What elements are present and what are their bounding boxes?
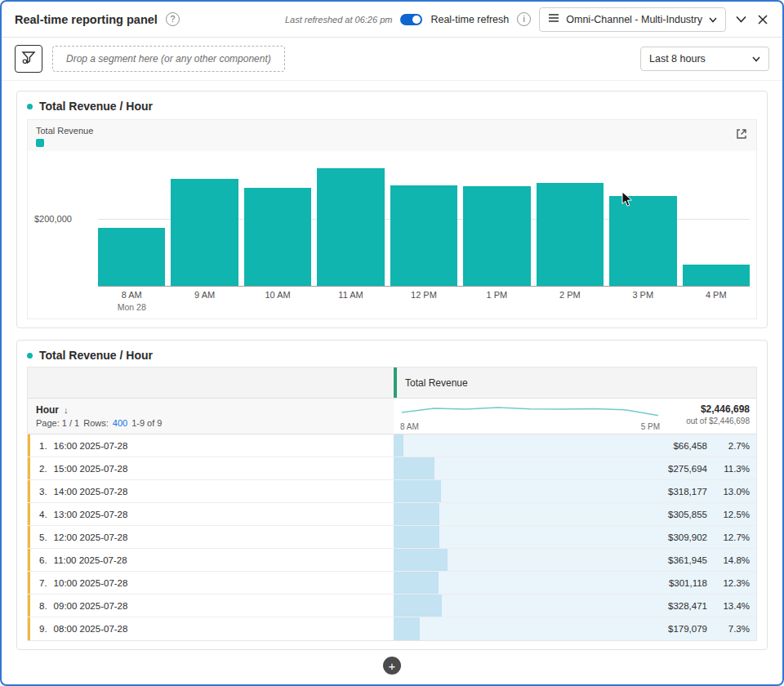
hour-value: 13:00 2025-07-28 (54, 510, 128, 519)
revenue-cell: $361,94514.8% (394, 549, 756, 571)
table-row[interactable]: 7.10:00 2025-07-28$301,11812.3% (28, 572, 756, 595)
revenue-cell: $328,47113.4% (394, 595, 756, 617)
chart-bar[interactable] (171, 156, 238, 286)
close-icon[interactable] (756, 13, 769, 26)
segment-drop-zone[interactable]: Drop a segment here (or any other compon… (52, 46, 285, 72)
revenue-cell: $179,0797.3% (394, 617, 756, 640)
collapse-panel-icon[interactable] (734, 14, 748, 24)
toolbar: Drop a segment here (or any other compon… (2, 38, 782, 81)
table-row[interactable]: 2.15:00 2025-07-28$275,69411.3% (28, 457, 756, 480)
sparkline-end-label: 5 PM (641, 422, 660, 431)
x-axis-label: 4 PM (683, 290, 750, 312)
cell-bar-fill (394, 434, 403, 457)
table-row[interactable]: 9.08:00 2025-07-28$179,0797.3% (28, 617, 756, 640)
revenue-value: $301,118 (669, 578, 707, 588)
rows-per-page-link[interactable]: 400 (113, 418, 127, 428)
realtime-reporting-window: Real-time reporting panel ? Last refresh… (0, 0, 784, 686)
cell-bar-fill (394, 549, 448, 571)
cell-bar-fill (394, 480, 441, 502)
revenue-percent: 12.5% (707, 510, 750, 519)
bar-fill (609, 196, 676, 286)
hour-sort-header[interactable]: Hour ↓ (36, 404, 385, 416)
chart-bar[interactable] (609, 156, 676, 286)
revenue-cell: $66,4582.7% (394, 434, 756, 457)
segment-filter-button[interactable] (15, 45, 42, 73)
row-number: 5. (39, 532, 47, 542)
time-range-label: Last 8 hours (649, 53, 706, 65)
cell-bar-fill (394, 526, 439, 548)
help-icon[interactable]: ? (166, 12, 180, 26)
total-caption: out of $2,446,698 (686, 416, 750, 425)
chart-bar[interactable] (317, 156, 384, 286)
cell-bar-fill (394, 503, 439, 525)
legend-series-label: Total Revenue (36, 126, 748, 136)
table-row[interactable]: 5.12:00 2025-07-28$309,90212.7% (28, 526, 756, 549)
legend-color-swatch (36, 139, 44, 147)
page-indicator: Page: 1 / 1 (36, 418, 79, 428)
dimension-label: Hour (36, 404, 59, 416)
realtime-refresh-toggle[interactable] (400, 14, 422, 25)
time-range-select[interactable]: Last 8 hours (640, 47, 769, 71)
table-panel-header: Total Revenue / Hour (17, 341, 767, 365)
chart-bar[interactable] (683, 156, 750, 286)
data-view-select[interactable]: Omni-Channel - Multi-Industry (539, 7, 726, 32)
hour-value: 12:00 2025-07-28 (54, 532, 128, 542)
chart-x-labels: 8 AMMon 289 AM10 AM11 AM12 PM1 PM2 PM3 P… (98, 290, 750, 312)
bar-fill (244, 188, 311, 286)
info-icon[interactable]: i (517, 12, 531, 26)
chart-bar[interactable] (390, 156, 457, 286)
data-view-icon (548, 13, 559, 25)
hour-value: 16:00 2025-07-28 (54, 441, 128, 451)
row-number: 8. (39, 601, 47, 611)
chart-legend: Total Revenue (28, 120, 756, 151)
hour-value: 15:00 2025-07-28 (54, 464, 128, 474)
table-row[interactable]: 3.14:00 2025-07-28$318,17713.0% (28, 480, 756, 503)
chart-card: Total Revenue $200,000 8 AMMon 289 AM10 … (27, 119, 757, 319)
revenue-value: $318,177 (668, 487, 707, 497)
x-axis-label: 1 PM (463, 290, 530, 312)
chart-plot-area: $200,000 (28, 153, 756, 287)
chart-bar[interactable] (244, 156, 311, 286)
hour-cell: 7.10:00 2025-07-28 (28, 572, 394, 594)
sparkline-path (402, 408, 658, 416)
revenue-value: $275,694 (668, 464, 707, 474)
x-axis-label: 10 AM (244, 290, 311, 312)
page-title: Real-time reporting panel (15, 13, 158, 26)
row-number: 4. (39, 510, 47, 519)
column-total: $2,446,698 out of $2,446,698 (686, 403, 750, 425)
rows-label: Rows: (83, 418, 109, 428)
revenue-percent: 14.8% (707, 555, 750, 565)
row-number: 3. (39, 487, 47, 497)
revenue-percent: 2.7% (707, 441, 750, 451)
bar-fill (463, 186, 530, 286)
x-axis-label: 2 PM (537, 290, 604, 312)
hour-value: 11:00 2025-07-28 (54, 555, 127, 565)
data-view-label: Omni-Channel - Multi-Industry (566, 14, 702, 25)
chart-bar[interactable] (463, 156, 530, 286)
table-row[interactable]: 1.16:00 2025-07-28$66,4582.7% (28, 434, 756, 457)
bar-fill (390, 185, 457, 286)
export-chart-icon[interactable] (733, 126, 750, 142)
cell-bar-fill (394, 595, 442, 617)
revenue-percent: 12.3% (707, 578, 750, 588)
add-visualization-button[interactable]: + (383, 657, 401, 675)
table-body: 1.16:00 2025-07-28$66,4582.7%2.15:00 202… (28, 434, 756, 640)
add-panel-row: + (2, 650, 782, 681)
revenue-value: $309,902 (668, 532, 707, 542)
realtime-refresh-label: Real-time refresh (430, 14, 509, 25)
table-row[interactable]: 8.09:00 2025-07-28$328,47113.4% (28, 595, 756, 617)
metric-column-header[interactable]: Total Revenue (394, 368, 756, 398)
topbar: Real-time reporting panel ? Last refresh… (2, 2, 782, 38)
revenue-value: $305,855 (668, 510, 707, 519)
chart-bar[interactable] (537, 156, 604, 286)
chart-bar[interactable] (98, 156, 165, 286)
x-axis-label: 12 PM (390, 290, 457, 312)
revenue-percent: 11.3% (707, 464, 750, 474)
table-row[interactable]: 4.13:00 2025-07-28$305,85512.5% (28, 503, 756, 526)
sparkline-container: 8 AM 5 PM (399, 401, 662, 432)
table-row[interactable]: 6.11:00 2025-07-28$361,94514.8% (28, 549, 756, 572)
table-panel-title: Total Revenue / Hour (39, 349, 153, 362)
hour-cell: 2.15:00 2025-07-28 (28, 457, 394, 479)
revenue-percent: 13.0% (707, 487, 750, 497)
revenue-cell: $275,69411.3% (394, 457, 756, 479)
